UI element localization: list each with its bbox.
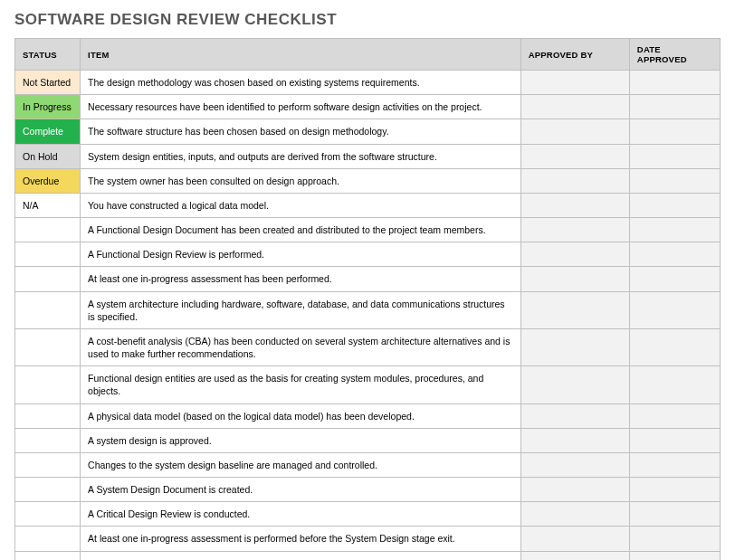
item-cell: You have constructed a logical data mode… [81,193,521,217]
approved-by-cell[interactable] [520,502,629,527]
status-cell[interactable] [15,527,81,551]
table-row: Changes to the system design baseline ar… [15,452,721,477]
table-row: On HoldSystem design entities, inputs, a… [15,144,721,168]
item-cell: System design entities, inputs, and outp… [81,144,521,168]
header-status: STATUS [15,39,81,71]
approved-by-cell[interactable] [520,193,629,217]
status-cell[interactable]: Complete [15,119,81,144]
item-cell: The software structure has been chosen b… [81,119,521,144]
date-approved-cell[interactable] [629,428,720,452]
status-cell[interactable]: Overdue [15,168,81,193]
table-row: A system architecture including hardware… [15,291,721,328]
item-cell: A Critical Design Review is conducted. [81,502,521,527]
date-approved-cell[interactable] [629,71,720,95]
item-cell: The system owner has been consulted on d… [81,168,521,193]
status-cell[interactable]: On Hold [15,144,81,168]
approved-by-cell[interactable] [520,242,629,267]
item-cell: A Functional Design Review is performed. [81,242,521,267]
status-cell[interactable] [15,291,81,328]
status-cell[interactable]: N/A [15,193,81,217]
date-approved-cell[interactable] [629,267,720,291]
item-cell: A System Design Document is created. [81,478,521,502]
date-approved-cell[interactable] [629,527,720,551]
date-approved-cell[interactable] [629,403,720,428]
table-row: A Functional Design Review is performed. [15,242,721,267]
date-approved-cell[interactable] [629,193,720,217]
approved-by-cell[interactable] [520,71,629,95]
table-row: A Critical Design Review is conducted. [15,502,721,527]
status-cell[interactable] [15,328,81,365]
table-header-row: STATUS ITEM APPROVED BY DATE APPROVED [15,39,721,71]
status-cell[interactable] [15,267,81,291]
approved-by-cell[interactable] [520,428,629,452]
date-approved-cell[interactable] [629,119,720,144]
table-row: A cost-benefit analysis (CBA) has been c… [15,328,721,365]
item-cell: A Functional Design Document has been cr… [81,218,521,242]
status-cell[interactable]: Not Started [15,71,81,95]
date-approved-cell[interactable] [629,452,720,477]
table-row: At least one in-progress assessment is p… [15,527,721,551]
status-cell[interactable] [15,366,81,403]
table-row: The project manager both periodically ma… [15,551,721,560]
status-cell[interactable] [15,452,81,477]
approved-by-cell[interactable] [520,366,629,403]
page-title: SOFTWARE DESIGN REVIEW CHECKLIST [14,11,721,29]
approved-by-cell[interactable] [520,119,629,144]
item-cell: A cost-benefit analysis (CBA) has been c… [81,328,521,365]
date-approved-cell[interactable] [629,144,720,168]
table-row: A physical data model (based on the logi… [15,403,721,428]
date-approved-cell[interactable] [629,95,720,119]
table-row: A System Design Document is created. [15,478,721,502]
item-cell: At least one in-progress assessment has … [81,267,521,291]
approved-by-cell[interactable] [520,144,629,168]
approved-by-cell[interactable] [520,291,629,328]
item-cell: The design methodology was chosen based … [81,71,521,95]
table-row: A system design is approved. [15,428,721,452]
item-cell: Necessary resources have been identified… [81,95,521,119]
approved-by-cell[interactable] [520,95,629,119]
header-approved-by: APPROVED BY [520,39,629,71]
status-cell[interactable] [15,218,81,242]
approved-by-cell[interactable] [520,267,629,291]
approved-by-cell[interactable] [520,551,629,560]
date-approved-cell[interactable] [629,366,720,403]
approved-by-cell[interactable] [520,527,629,551]
table-row: At least one in-progress assessment has … [15,267,721,291]
approved-by-cell[interactable] [520,452,629,477]
date-approved-cell[interactable] [629,478,720,502]
status-cell[interactable] [15,428,81,452]
table-row: N/AYou have constructed a logical data m… [15,193,721,217]
approved-by-cell[interactable] [520,403,629,428]
item-cell: A system design is approved. [81,428,521,452]
item-cell: A system architecture including hardware… [81,291,521,328]
item-cell: The project manager both periodically ma… [81,551,521,560]
date-approved-cell[interactable] [629,242,720,267]
date-approved-cell[interactable] [629,218,720,242]
status-cell[interactable] [15,403,81,428]
status-cell[interactable] [15,551,81,560]
approved-by-cell[interactable] [520,168,629,193]
table-row: In ProgressNecessary resources have been… [15,95,721,119]
item-cell: A physical data model (based on the logi… [81,403,521,428]
item-cell: Functional design entities are used as t… [81,366,521,403]
table-row: CompleteThe software structure has been … [15,119,721,144]
approved-by-cell[interactable] [520,478,629,502]
status-cell[interactable]: In Progress [15,95,81,119]
approved-by-cell[interactable] [520,218,629,242]
status-cell[interactable] [15,478,81,502]
date-approved-cell[interactable] [629,291,720,328]
table-row: OverdueThe system owner has been consult… [15,168,721,193]
item-cell: Changes to the system design baseline ar… [81,452,521,477]
approved-by-cell[interactable] [520,328,629,365]
item-cell: At least one in-progress assessment is p… [81,527,521,551]
date-approved-cell[interactable] [629,168,720,193]
date-approved-cell[interactable] [629,328,720,365]
date-approved-cell[interactable] [629,551,720,560]
header-item: ITEM [81,39,521,71]
table-row: Functional design entities are used as t… [15,366,721,403]
date-approved-cell[interactable] [629,502,720,527]
header-date-approved: DATE APPROVED [629,39,720,71]
status-cell[interactable] [15,242,81,267]
table-row: A Functional Design Document has been cr… [15,218,721,242]
status-cell[interactable] [15,502,81,527]
